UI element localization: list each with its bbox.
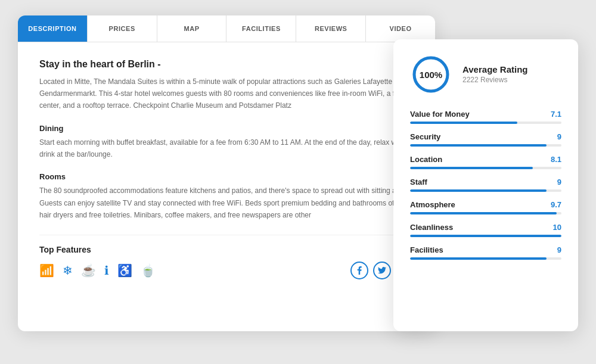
features-section: Top Features 📶 ❄ ☕ ℹ ♿ 🍵 xyxy=(39,235,414,279)
rating-row: Cleanliness 10 xyxy=(410,223,561,237)
rating-value: 8.1 xyxy=(551,155,561,164)
rating-bar-bg xyxy=(410,257,561,260)
tab-description[interactable]: DESCRIPTION xyxy=(18,15,88,42)
dining-heading: Dining xyxy=(39,124,414,133)
rating-name: Cleanliness xyxy=(410,223,453,232)
snowflake-icon: ❄ xyxy=(63,263,73,278)
rating-row: Security 9 xyxy=(410,132,561,147)
rating-bar-fill xyxy=(410,257,547,260)
rating-bar-bg xyxy=(410,235,561,237)
tab-prices[interactable]: PRICES xyxy=(88,15,157,42)
ratings-card: 100% Average Rating 2222 Reviews Value f… xyxy=(393,39,578,331)
rating-bar-fill xyxy=(410,144,547,147)
rating-circle: 100% xyxy=(410,54,452,95)
tab-facilities[interactable]: FACILITIES xyxy=(226,15,296,42)
avg-info: Average Rating 2222 Reviews xyxy=(462,64,527,84)
rating-value: 9.7 xyxy=(551,200,561,209)
rating-value: 9 xyxy=(557,178,561,186)
avg-label: Average Rating xyxy=(462,64,527,74)
rating-bar-bg xyxy=(410,167,561,169)
rating-row: Value for Money 7.1 xyxy=(410,110,561,124)
rooms-text: The 80 soundproofed accommodations featu… xyxy=(39,185,414,221)
rating-name: Staff xyxy=(410,178,427,186)
twitter-icon[interactable] xyxy=(373,262,391,279)
tab-bar: DESCRIPTION PRICES MAP FACILITIES REVIEW… xyxy=(18,15,435,42)
rating-bar-fill xyxy=(410,122,517,124)
main-description: Located in Mitte, The Mandala Suites is … xyxy=(39,76,414,112)
dining-text: Start each morning with buffet breakfast… xyxy=(39,136,414,161)
facebook-icon[interactable] xyxy=(350,262,368,279)
rating-row: Location 8.1 xyxy=(410,155,561,169)
main-card: DESCRIPTION PRICES MAP FACILITIES REVIEW… xyxy=(18,15,435,331)
review-count: 2222 Reviews xyxy=(462,76,527,84)
rating-bar-bg xyxy=(410,144,561,147)
rating-bar-fill xyxy=(410,189,547,192)
rating-bar-bg xyxy=(410,212,561,214)
tab-map[interactable]: MAP xyxy=(157,15,227,42)
rating-name: Value for Money xyxy=(410,110,470,119)
rating-row: Facilities 9 xyxy=(410,245,561,260)
feature-icons: 📶 ❄ ☕ ℹ ♿ 🍵 xyxy=(39,263,156,278)
tab-video[interactable]: VIDEO xyxy=(366,15,435,42)
content-area: Stay in the heart of Berlin - Located in… xyxy=(18,42,435,291)
rating-row: Staff 9 xyxy=(410,178,561,192)
rating-value: 9 xyxy=(557,132,561,141)
cafe-icon: 🍵 xyxy=(141,263,156,278)
circle-label: 100% xyxy=(420,69,442,79)
tab-reviews[interactable]: REVIEWS xyxy=(296,15,366,42)
accessible-icon: ♿ xyxy=(117,263,132,278)
rooms-heading: Rooms xyxy=(39,172,414,181)
wifi-icon: 📶 xyxy=(39,263,54,278)
rating-name: Security xyxy=(410,132,440,141)
rating-name: Facilities xyxy=(410,245,443,254)
info-icon: ℹ xyxy=(104,263,109,278)
rating-value: 10 xyxy=(553,223,561,232)
rating-value: 9 xyxy=(557,245,561,254)
rating-bar-fill xyxy=(410,167,533,169)
rating-bar-bg xyxy=(410,122,561,124)
main-heading: Stay in the heart of Berlin - xyxy=(39,59,414,70)
rating-rows: Value for Money 7.1 Security 9 Location … xyxy=(410,110,561,260)
rating-bar-fill xyxy=(410,235,561,237)
rating-name: Location xyxy=(410,155,442,164)
rating-bar-bg xyxy=(410,189,561,192)
features-row: 📶 ❄ ☕ ℹ ♿ 🍵 xyxy=(39,262,414,279)
rating-name: Atmosphere xyxy=(410,200,455,209)
features-title: Top Features xyxy=(39,245,414,254)
rating-row: Atmosphere 9.7 xyxy=(410,200,561,214)
rating-header: 100% Average Rating 2222 Reviews xyxy=(410,54,561,95)
coffee-icon: ☕ xyxy=(81,263,96,278)
rating-bar-fill xyxy=(410,212,557,214)
rating-value: 7.1 xyxy=(551,110,561,119)
